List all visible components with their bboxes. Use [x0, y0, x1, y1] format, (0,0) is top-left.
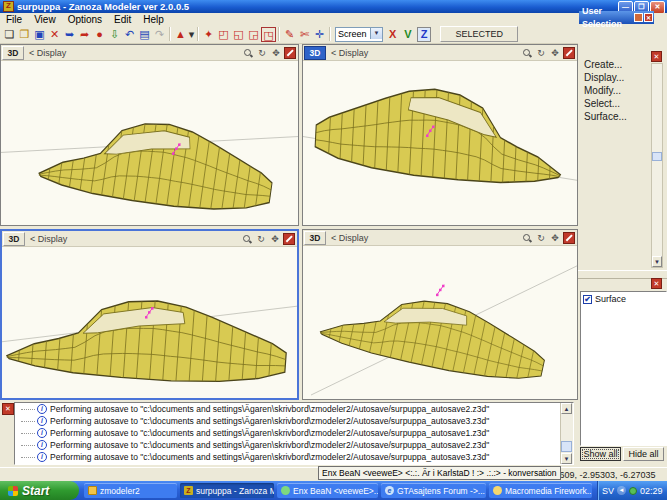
viewport-bottom-right[interactable]: 3D < Display ↻ ✥ [302, 229, 578, 400]
start-button[interactable]: Start [0, 481, 79, 500]
pan-icon[interactable]: ✥ [270, 47, 282, 59]
space-mode-combobox[interactable]: Screen ▼ [335, 27, 383, 42]
maximize-viewport-icon[interactable] [283, 233, 295, 245]
maximize-viewport-icon[interactable] [563, 47, 575, 59]
taskbar-item-browser[interactable]: e GTAsajtens Forum ->... [381, 483, 486, 498]
orbit-icon[interactable]: ↻ [256, 47, 268, 59]
edges-mode-icon[interactable]: ◰ [216, 27, 231, 42]
cone-dropdown-icon[interactable]: ▾ [188, 27, 195, 42]
user-selection-palette-titlebar[interactable]: User Selection ✕ [579, 11, 654, 24]
viewport-display-menu[interactable]: < Display [331, 233, 368, 243]
open-file-icon[interactable]: ❐ [17, 27, 32, 42]
scroll-down-icon[interactable]: ▼ [561, 453, 572, 464]
zoom-icon[interactable] [521, 232, 533, 244]
x-axis-button[interactable]: X [386, 28, 399, 41]
hide-icons-chevron-icon[interactable]: ◄ [617, 486, 626, 495]
taskbar-item-fireworks[interactable]: Macromedia Firework... [489, 483, 592, 498]
menu-file[interactable]: File [0, 14, 28, 25]
zoom-icon[interactable] [242, 47, 254, 59]
new-file-icon[interactable]: ❏ [2, 27, 17, 42]
taskbar-item-surpuppa[interactable]: Z surpuppa - Zanoza M... [180, 483, 274, 498]
embed-icon[interactable]: ⇩ [107, 27, 122, 42]
viewport-display-menu[interactable]: < Display [331, 48, 368, 58]
viewport-top-left[interactable]: 3D < Display ↻ ✥ [0, 44, 299, 226]
log-close-icon[interactable]: ✕ [2, 403, 14, 415]
delete-icon[interactable]: ✕ [47, 27, 62, 42]
viewport-mode-button[interactable]: 3D [304, 231, 326, 245]
selection-listbox[interactable]: ✔ Surface [580, 291, 667, 446]
surface-checkbox[interactable]: ✔ [583, 295, 592, 304]
log-output[interactable]: iPerforming autosave to "c:\documents an… [14, 402, 574, 465]
import-icon[interactable]: ➥ [62, 27, 77, 42]
menu-view[interactable]: View [28, 14, 62, 25]
viewport-mode-button[interactable]: 3D [3, 232, 25, 246]
undo-icon[interactable]: ↶ [122, 27, 137, 42]
zoom-icon[interactable] [241, 233, 253, 245]
command-surface[interactable]: Surface... [584, 111, 627, 122]
polygons-mode-icon[interactable]: ◲ [246, 27, 261, 42]
palette-close-icon[interactable]: ✕ [644, 13, 653, 22]
viewport-canvas-3d-model[interactable] [303, 246, 577, 399]
scrollbar-thumb[interactable] [652, 152, 662, 161]
command-display[interactable]: Display... [584, 72, 624, 83]
orbit-icon[interactable]: ↻ [535, 47, 547, 59]
scrollbar-thumb[interactable] [561, 441, 572, 452]
menu-options[interactable]: Options [62, 14, 108, 25]
axes-icon[interactable]: ✛ [312, 27, 327, 42]
command-select[interactable]: Select... [584, 98, 620, 109]
viewport-mode-button-active[interactable]: 3D [304, 46, 326, 60]
surface-list-item[interactable]: ✔ Surface [581, 292, 666, 304]
y-axis-button[interactable]: V [401, 28, 414, 41]
viewport-canvas-3d-model[interactable] [303, 61, 577, 225]
viewport-bottom-left-active[interactable]: 3D < Display ↻ ✥ [0, 229, 299, 400]
messenger-tray-icon[interactable] [629, 487, 637, 495]
selection-list-close-icon[interactable]: ✕ [651, 278, 662, 289]
maximize-viewport-icon[interactable] [284, 47, 296, 59]
pan-icon[interactable]: ✥ [549, 232, 561, 244]
show-all-button[interactable]: Show all [580, 447, 621, 461]
redo-icon[interactable]: ↷ [152, 27, 167, 42]
scroll-up-icon[interactable]: ▲ [561, 403, 572, 414]
combobox-dropdown-icon[interactable]: ▼ [370, 28, 382, 39]
detach-icon[interactable]: ✄ [297, 27, 312, 42]
menu-edit[interactable]: Edit [108, 14, 137, 25]
zoom-icon[interactable] [521, 47, 533, 59]
language-indicator[interactable]: SV [602, 486, 614, 496]
scroll-down-icon[interactable]: ▼ [652, 256, 662, 267]
viewport-display-menu[interactable]: < Display [30, 234, 67, 244]
primitive-cone-icon[interactable]: ▲ [173, 27, 188, 42]
viewport-header: 3D < Display ↻ ✥ [303, 230, 577, 246]
menu-help[interactable]: Help [137, 14, 170, 25]
selected-button[interactable]: SELECTED [440, 26, 518, 42]
log-scrollbar[interactable]: ▲ ▼ [560, 403, 573, 464]
commands-scrollbar[interactable]: ▼ [651, 63, 663, 268]
faces-mode-icon[interactable]: ◱ [231, 27, 246, 42]
viewport-canvas-3d-model[interactable] [2, 247, 297, 398]
viewport-canvas-3d-model[interactable] [1, 61, 298, 225]
pan-icon[interactable]: ✥ [549, 47, 561, 59]
taskbar-item-zmodeler2-folder[interactable]: zmodeler2 [84, 483, 177, 498]
command-create[interactable]: Create... [584, 59, 622, 70]
vertices-mode-icon[interactable]: ✦ [201, 27, 216, 42]
window-titlebar[interactable]: Z surpuppa - Zanoza Modeler ver 2.0.0.5 … [0, 0, 667, 13]
material-sphere-icon[interactable]: ● [92, 27, 107, 42]
orbit-icon[interactable]: ↻ [535, 232, 547, 244]
orbit-icon[interactable]: ↻ [255, 233, 267, 245]
viewport-top-right[interactable]: 3D < Display ↻ ✥ [302, 44, 578, 226]
viewport-mode-button[interactable]: 3D [2, 46, 24, 60]
pan-icon[interactable]: ✥ [269, 233, 281, 245]
paint-icon[interactable]: ✎ [282, 27, 297, 42]
export-icon[interactable]: ➦ [77, 27, 92, 42]
viewport-display-menu[interactable]: < Display [29, 48, 66, 58]
palette-pin-icon[interactable] [634, 13, 643, 22]
command-modify[interactable]: Modify... [584, 85, 621, 96]
hide-all-button[interactable]: Hide all [623, 447, 664, 461]
z-axis-button[interactable]: Z [417, 27, 432, 42]
taskbar-item-messenger[interactable]: Enx BeaN <veeweE>... [277, 483, 378, 498]
maximize-viewport-icon[interactable] [563, 232, 575, 244]
commands-close-icon[interactable]: ✕ [651, 51, 662, 62]
log-line: iPerforming autosave to "c:\documents an… [15, 415, 573, 427]
history-icon[interactable]: ▤ [137, 27, 152, 42]
objects-mode-icon[interactable]: ◳ [261, 27, 276, 42]
save-file-icon[interactable]: ▣ [32, 27, 47, 42]
